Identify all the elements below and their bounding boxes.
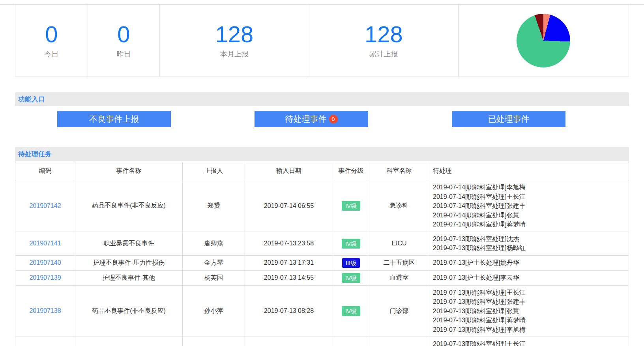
input-date-cell: 2019-07-14 06:55: [245, 180, 333, 232]
department-cell: EICU: [369, 232, 429, 255]
pending-handlers-cell: 2019-07-13[职能科室处理]王长江: [429, 337, 629, 346]
reporter-cell: 孙小萍: [183, 285, 245, 337]
processed-events-button[interactable]: 已处理事件: [452, 111, 565, 127]
pending-handler-line: 2019-07-13[职能科室处理]杨晔红: [433, 243, 626, 253]
event-level-badge: IV级: [342, 273, 360, 283]
event-code-link[interactable]: 201907139: [29, 274, 61, 281]
pending-handlers-cell: 2019-07-13[职能科室处理]王长江2019-07-13[职能科室处理]张…: [429, 285, 629, 337]
input-date-cell: 2019-07-13 23:58: [245, 232, 333, 255]
tasks-table-body: 201907142药品不良事件(非不良反应)郑赟2019-07-14 06:55…: [15, 180, 629, 346]
pending-events-button[interactable]: 待处理事件 0: [255, 111, 368, 127]
dashboard-page: 0 今日 0 昨日 128 本月上报 128 累计上报 功能入口 不良事件上报 …: [0, 0, 644, 346]
tasks-section-bar: 待处理任务: [15, 147, 629, 161]
header-dept: 科室名称: [369, 162, 429, 180]
event-code-link[interactable]: 201907140: [29, 259, 61, 266]
pending-handler-line: 2019-07-14[职能科室处理]李旭梅: [433, 183, 626, 192]
pending-handler-line: 2019-07-13[护士长处理]姚丹华: [433, 258, 626, 267]
table-header-row: 编码 事件名称 上报人 输入日期 事件分级 科室名称 待处理: [15, 162, 629, 180]
event-name-cell: [75, 337, 183, 346]
stat-value-month: 128: [215, 22, 253, 47]
department-cell: 急诊科: [369, 180, 429, 232]
event-level-badge: III级: [342, 258, 360, 268]
pending-handler-line: 2019-07-13[职能科室处理]王长江: [433, 288, 626, 297]
event-name-cell: 护理不良事件-其他: [75, 270, 183, 285]
pending-handler-line: 2019-07-13[职能科室处理]张建丰: [433, 297, 626, 307]
reporter-cell: 郑赟: [183, 180, 245, 232]
pending-handler-line: 2019-07-13[护士长处理]李云华: [433, 273, 626, 282]
pending-handlers-cell: 2019-07-13[护士长处理]姚丹华: [429, 255, 629, 270]
input-date-cell: 2019-07-13 14:55: [245, 270, 333, 285]
event-level-cell: IV级: [333, 270, 369, 285]
event-level-cell: IV级: [333, 180, 369, 232]
entry-buttons-row: 不良事件上报 待处理事件 0 已处理事件: [15, 106, 629, 131]
header-date: 输入日期: [245, 162, 333, 180]
table-row: 201907138药品不良事件(非不良反应)孙小萍2019-07-13 08:2…: [15, 285, 629, 337]
stat-value-today: 0: [45, 22, 58, 47]
stat-card-total: 128 累计上报: [309, 5, 458, 77]
pending-handler-line: 2019-07-13[职能科室处理]王长江: [433, 339, 626, 346]
processed-events-button-label: 已处理事件: [488, 114, 530, 125]
pending-handler-line: 2019-07-14[职能科室处理]张建丰: [433, 201, 626, 211]
reporter-cell: 杨芙园: [183, 270, 245, 285]
stat-card-today: 0 今日: [15, 5, 88, 77]
table-row: 2019-07-13[职能科室处理]王长江: [15, 337, 629, 346]
department-cell: [369, 337, 429, 346]
table-row: 201907140护理不良事件-压力性损伤金方琴2019-07-13 17:31…: [15, 255, 629, 270]
input-date-cell: [245, 337, 333, 346]
department-cell: 血透室: [369, 270, 429, 285]
reporter-cell: 金方琴: [183, 255, 245, 270]
stat-card-month: 128 本月上报: [159, 5, 309, 77]
event-code-link[interactable]: 201907142: [29, 202, 61, 209]
stat-card-yesterday: 0 昨日: [88, 5, 160, 77]
department-cell: 门诊部: [369, 285, 429, 337]
table-row: 201907141职业暴露不良事件唐卿燕2019-07-13 23:58IV级E…: [15, 232, 629, 255]
stat-value-total: 128: [365, 22, 403, 47]
event-name-cell: 药品不良事件(非不良反应): [75, 285, 183, 337]
pending-events-button-label: 待处理事件: [285, 114, 327, 125]
table-row: 201907142药品不良事件(非不良反应)郑赟2019-07-14 06:55…: [15, 180, 629, 232]
pending-handler-line: 2019-07-13[职能科室处理]张慧: [433, 307, 626, 316]
header-code: 编码: [15, 162, 75, 180]
input-date-cell: 2019-07-13 08:28: [245, 285, 333, 337]
event-name-cell: 职业暴露不良事件: [75, 232, 183, 255]
event-level-cell: [333, 337, 369, 346]
event-level-cell: IV级: [333, 285, 369, 337]
input-date-cell: 2019-07-13 17:31: [245, 255, 333, 270]
event-name-cell: 护理不良事件-压力性损伤: [75, 255, 183, 270]
header-level: 事件分级: [333, 162, 369, 180]
event-code-link[interactable]: 201907141: [29, 240, 61, 247]
event-level-badge: IV级: [342, 306, 360, 316]
pending-tasks-table: 编码 事件名称 上报人 输入日期 事件分级 科室名称 待处理 201907142…: [15, 162, 629, 346]
header-event: 事件名称: [75, 162, 183, 180]
top-divider: [0, 0, 644, 5]
event-level-cell: III级: [333, 255, 369, 270]
stat-card-pie: [458, 5, 629, 77]
header-pending: 待处理: [429, 162, 629, 180]
stat-label-yesterday: 昨日: [116, 49, 131, 59]
event-level-badge: IV级: [342, 201, 360, 211]
pending-handler-line: 2019-07-14[职能科室处理]张慧: [433, 211, 626, 220]
report-event-button[interactable]: 不良事件上报: [57, 111, 171, 127]
report-event-button-label: 不良事件上报: [89, 114, 139, 125]
events-pie-chart[interactable]: [517, 14, 570, 67]
stat-value-yesterday: 0: [117, 22, 130, 47]
header-reporter: 上报人: [183, 162, 245, 180]
pending-handlers-cell: 2019-07-13[护士长处理]李云华: [429, 270, 629, 285]
event-level-badge: IV级: [342, 239, 360, 249]
event-name-cell: 药品不良事件(非不良反应): [75, 180, 183, 232]
event-level-cell: IV级: [333, 232, 369, 255]
entry-section-bar: 功能入口: [15, 92, 629, 106]
tasks-section-title: 待处理任务: [18, 150, 52, 159]
pending-handlers-cell: 2019-07-13[职能科室处理]沈杰2019-07-13[职能科室处理]杨晔…: [429, 232, 629, 255]
department-cell: 二十五病区: [369, 255, 429, 270]
reporter-cell: [183, 337, 245, 346]
stat-label-today: 今日: [44, 49, 58, 59]
stat-label-total: 累计上报: [369, 49, 398, 59]
pending-count-badge: 0: [329, 115, 338, 123]
pending-handler-line: 2019-07-14[职能科室处理]蒋梦晴: [433, 220, 626, 229]
event-code-link[interactable]: 201907138: [29, 307, 61, 314]
pending-handler-line: 2019-07-13[职能科室处理]沈杰: [433, 234, 626, 244]
pending-handlers-cell: 2019-07-14[职能科室处理]李旭梅2019-07-14[职能科室处理]王…: [429, 180, 629, 232]
pending-handler-line: 2019-07-13[职能科室处理]李旭梅: [433, 325, 626, 335]
pending-handler-line: 2019-07-13[职能科室处理]蒋梦晴: [433, 316, 626, 325]
